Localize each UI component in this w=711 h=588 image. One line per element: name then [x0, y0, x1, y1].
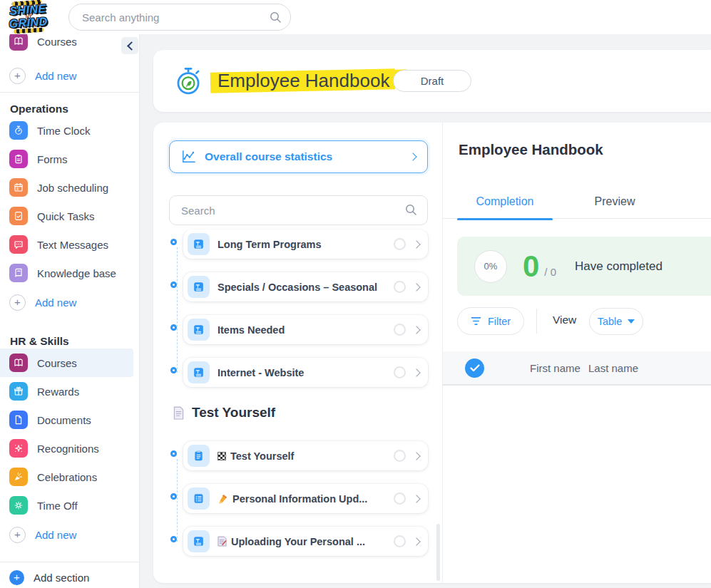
course-section-title: Uploading Your Personal ...	[218, 536, 386, 547]
courses-icon	[9, 34, 28, 51]
sidebar-item-job-scheduling[interactable]: Job scheduling	[0, 173, 133, 202]
sidebar: Courses Add new Operations Time Clock Fo…	[0, 34, 140, 588]
text-doc-icon	[188, 276, 210, 298]
memo-icon	[218, 536, 227, 547]
view-label: View	[553, 314, 576, 326]
status-badge-draft[interactable]: Draft	[393, 70, 471, 92]
timeline-dot	[170, 493, 177, 500]
add-new-button-top[interactable]: Add new	[0, 61, 76, 90]
sidebar-item-label: Recognitions	[37, 443, 99, 455]
course-section-title: Personal Information Upd...	[218, 493, 386, 505]
chevron-right-icon	[412, 495, 420, 502]
rewards-icon	[9, 382, 28, 401]
course-section-row[interactable]: Items Needed	[183, 315, 428, 344]
overall-course-statistics-button[interactable]: Overall course statistics	[169, 140, 428, 173]
timeline-dot	[170, 282, 177, 288]
course-search-input[interactable]	[181, 196, 395, 225]
course-section-row[interactable]: Personal Information Upd...	[183, 484, 428, 513]
sidebar-item-text-messages[interactable]: Text Messages	[0, 230, 133, 259]
progress-circle-icon	[394, 281, 406, 293]
time-clock-icon	[9, 121, 28, 140]
tabs-bar: Completion Preview	[443, 188, 711, 219]
completed-total: / 0	[544, 266, 556, 278]
scrollbar-thumb[interactable]	[436, 524, 440, 581]
caret-down-icon	[628, 319, 635, 324]
plus-circle-icon	[9, 294, 26, 311]
add-new-button-operations[interactable]: Add new	[0, 288, 76, 316]
sidebar-item-rewards[interactable]: Rewards	[0, 377, 133, 406]
sidebar-item-quick-tasks[interactable]: Quick Tasks	[0, 202, 133, 230]
sidebar-divider	[0, 92, 139, 93]
sidebar-item-label: Knowledge base	[37, 267, 116, 279]
add-new-button-hr[interactable]: Add new	[0, 520, 76, 549]
sidebar-divider	[0, 562, 139, 562]
timeline-dot	[170, 239, 177, 245]
section-header-hr-skills: HR & Skills	[10, 335, 69, 348]
filter-label: Filter	[488, 316, 511, 327]
shinegrind-logo[interactable]: SHINE N' GRIND	[6, 0, 52, 35]
top-bar: SHINE N' GRIND	[0, 0, 711, 34]
tab-preview[interactable]: Preview	[567, 188, 663, 219]
view-mode-dropdown[interactable]: Table	[589, 308, 643, 335]
sidebar-item-documents[interactable]: Documents	[0, 406, 133, 434]
course-section-row[interactable]: Long Term Programs	[183, 229, 428, 259]
page-title: Employee Handbook	[213, 68, 394, 93]
course-section-row[interactable]: Specials / Occasions – Seasonal	[183, 272, 428, 301]
sidebar-item-time-off[interactable]: Time Off	[0, 491, 133, 520]
check-icon	[470, 364, 480, 372]
add-section-button[interactable]: Add section	[0, 563, 89, 588]
search-icon	[405, 204, 417, 216]
stats-button-label: Overall course statistics	[205, 150, 402, 163]
select-all-checkbox[interactable]	[465, 359, 484, 378]
add-section-label: Add section	[34, 572, 89, 584]
sidebar-item-courses[interactable]: Courses	[0, 349, 133, 377]
plus-circle-icon	[9, 527, 26, 543]
sidebar-collapse-button[interactable]	[121, 37, 138, 54]
filter-icon	[471, 316, 481, 326]
sidebar-item-forms[interactable]: Forms	[0, 145, 133, 173]
completion-stats-box: 0% 0 / 0 Have completed	[457, 237, 711, 296]
timeline-dot	[170, 450, 177, 457]
column-header-first-name[interactable]: First name	[530, 362, 580, 374]
course-section-title: Internet - Website	[218, 367, 386, 378]
tab-completion[interactable]: Completion	[457, 188, 553, 219]
add-new-label: Add new	[35, 296, 76, 309]
sidebar-item-celebrations[interactable]: Celebrations	[0, 463, 133, 491]
sidebar-item-time-clock[interactable]: Time Clock	[0, 116, 133, 145]
progress-circle-icon	[394, 492, 406, 505]
group-heading: Test Yourself	[173, 405, 275, 421]
timeline-dot	[170, 324, 177, 331]
text-doc-icon	[188, 319, 210, 341]
sidebar-item-label: Celebrations	[37, 471, 97, 483]
sidebar-item-label: Time Clock	[37, 125, 90, 137]
filter-button[interactable]: Filter	[457, 307, 524, 335]
sidebar-item-label: Quick Tasks	[37, 210, 95, 222]
doc-list-icon	[188, 488, 210, 510]
panel-title: Employee Handbook	[459, 141, 603, 158]
sidebar-item-knowledge-base[interactable]: Knowledge base	[0, 259, 133, 287]
sidebar-item-courses-peek[interactable]: Courses	[0, 34, 133, 56]
sidebar-item-label: Rewards	[37, 386, 79, 398]
global-search-input[interactable]	[82, 4, 260, 30]
sidebar-item-recognitions[interactable]: Recognitions	[0, 434, 133, 463]
view-mode-value: Table	[598, 316, 623, 327]
sidebar-item-label: Time Off	[37, 500, 78, 512]
timeline-dot	[170, 367, 177, 373]
completion-panel: Employee Handbook Completion Preview 0% …	[443, 123, 711, 583]
text-doc-icon	[188, 530, 210, 552]
column-header-last-name[interactable]: Last name	[588, 362, 638, 374]
progress-circle-icon	[394, 535, 406, 547]
chevron-right-icon	[412, 283, 420, 291]
group-title: Test Yourself	[192, 405, 275, 421]
text-messages-icon	[9, 235, 28, 254]
plus-circle-filled-icon	[9, 570, 24, 585]
course-structure-panel: Overall course statistics	[153, 123, 443, 583]
completion-percent-badge: 0%	[474, 250, 507, 283]
sidebar-item-label: Courses	[37, 36, 77, 48]
time-off-icon	[9, 496, 28, 515]
course-section-row[interactable]: Test Yourself	[183, 441, 428, 470]
progress-circle-icon	[394, 324, 406, 336]
course-section-row[interactable]: Internet - Website	[183, 358, 428, 387]
chevron-right-icon	[409, 153, 416, 160]
course-section-row[interactable]: Uploading Your Personal ...	[183, 527, 428, 556]
